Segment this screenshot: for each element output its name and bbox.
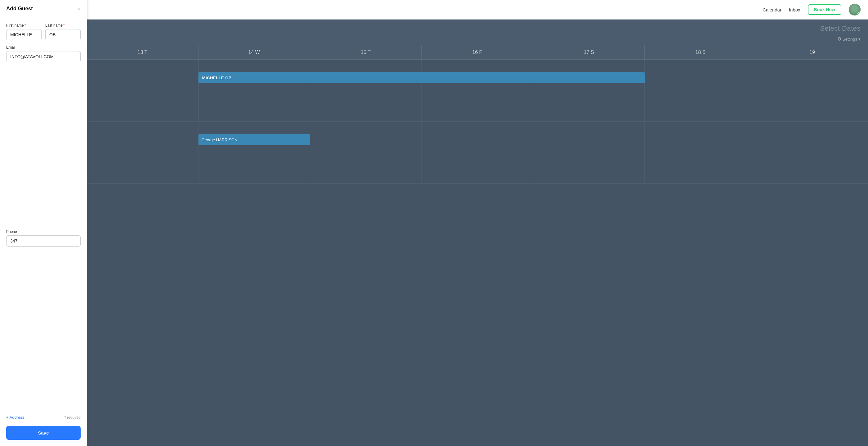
- cell-18[interactable]: [645, 60, 756, 122]
- first-name-label: First name*: [6, 23, 41, 28]
- cell2-17[interactable]: [533, 122, 645, 183]
- top-nav: Calendar Inbox Book Now: [87, 0, 868, 20]
- close-button[interactable]: ×: [77, 6, 81, 11]
- first-name-input[interactable]: [6, 29, 41, 40]
- required-note: * required: [64, 415, 81, 420]
- save-button[interactable]: Save: [6, 426, 81, 440]
- panel-header: Add Guest ×: [0, 0, 87, 17]
- cell2-19[interactable]: [756, 122, 868, 183]
- gear-icon: ⚙: [837, 36, 841, 42]
- add-guest-panel: Add Guest × First name* Last name* Email: [0, 0, 87, 446]
- col-header-14W: 14 W: [198, 45, 310, 60]
- book-now-button[interactable]: Book Now: [808, 4, 841, 15]
- col-header-19: 19: [756, 45, 868, 60]
- cell-13[interactable]: [87, 60, 198, 122]
- cell2-15[interactable]: [310, 122, 422, 183]
- name-row: First name* Last name*: [6, 23, 81, 40]
- email-label: Email: [6, 45, 81, 49]
- col-header-18S: 18 S: [645, 45, 756, 60]
- event-george-harrison[interactable]: George HARRISON: [198, 134, 310, 145]
- settings-bar: ⚙ Settings ▾: [87, 35, 868, 45]
- calendar-header: 13 T 14 W 15 T 16 F 17 S 18 S 19: [87, 45, 868, 60]
- panel-title: Add Guest: [6, 6, 33, 12]
- inbox-nav-link[interactable]: Inbox: [789, 7, 800, 12]
- phone-group: Phone: [6, 230, 81, 409]
- select-dates-bar: Select Dates: [87, 20, 868, 35]
- settings-label: Settings: [843, 37, 857, 41]
- avatar[interactable]: [849, 4, 861, 15]
- col-header-16F: 16 F: [422, 45, 533, 60]
- panel-body: First name* Last name* Email Phone + Add…: [0, 17, 87, 446]
- cell2-16[interactable]: [422, 122, 533, 183]
- last-name-input[interactable]: [45, 29, 81, 40]
- phone-label: Phone: [6, 230, 81, 234]
- cell2-18[interactable]: [645, 122, 756, 183]
- calendar-body-wrapper: MICHELLE OB George HARRISON: [87, 60, 868, 446]
- avatar-status-dot: [858, 12, 860, 15]
- settings-button[interactable]: ⚙ Settings ▾: [837, 36, 861, 42]
- phone-input[interactable]: [6, 235, 81, 246]
- cell-17[interactable]: [533, 60, 645, 122]
- calendar-row-1: MICHELLE OB: [87, 60, 868, 122]
- address-required-row: + Address * required: [6, 415, 81, 420]
- last-name-label: Last name*: [45, 23, 81, 28]
- cell-14[interactable]: [198, 60, 310, 122]
- email-input[interactable]: [6, 51, 81, 62]
- cell2-14[interactable]: [198, 122, 310, 183]
- col-header-15T: 15 T: [310, 45, 422, 60]
- last-name-group: Last name*: [45, 23, 81, 40]
- cell-19[interactable]: [756, 60, 868, 122]
- cell2-13[interactable]: [87, 122, 198, 183]
- calendar-nav-link[interactable]: Calendar: [763, 7, 781, 12]
- calendar-area: Select Dates ⚙ Settings ▾ 13 T 14 W 15 T…: [87, 20, 868, 446]
- first-name-group: First name*: [6, 23, 41, 40]
- calendar-row-2: George HARRISON: [87, 122, 868, 184]
- right-panel: Calendar Inbox Book Now Select Dates ⚙ S…: [87, 0, 868, 446]
- chevron-down-icon: ▾: [858, 37, 861, 41]
- cell-16[interactable]: [422, 60, 533, 122]
- col-header-13T: 13 T: [87, 45, 198, 60]
- select-dates-text[interactable]: Select Dates: [820, 25, 861, 33]
- event-michelle-ob[interactable]: MICHELLE OB: [198, 72, 645, 83]
- add-address-button[interactable]: + Address: [6, 415, 24, 420]
- email-group: Email: [6, 45, 81, 225]
- col-header-17S: 17 S: [533, 45, 645, 60]
- cell-15[interactable]: [310, 60, 422, 122]
